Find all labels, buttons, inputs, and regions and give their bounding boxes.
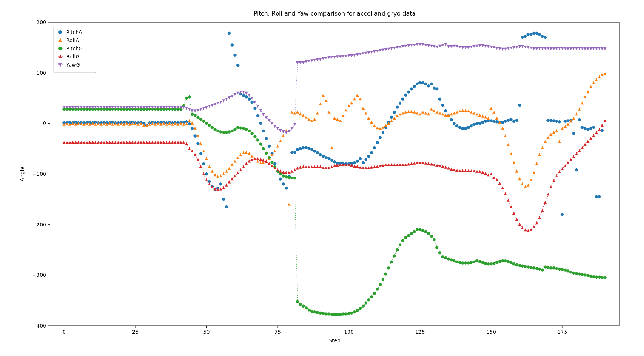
data-point: [478, 122, 481, 125]
data-point: [251, 158, 254, 161]
data-point: [273, 150, 276, 152]
data-point: [512, 262, 515, 265]
data-point: [370, 121, 373, 124]
data-point: [74, 141, 77, 144]
data-point: [575, 272, 578, 275]
data-point: [464, 127, 467, 130]
data-point: [575, 168, 578, 171]
data-point: [376, 288, 379, 290]
data-point: [524, 35, 527, 38]
data-point: [365, 166, 367, 169]
data-point: [248, 152, 251, 155]
data-point: [535, 47, 538, 50]
data-point: [575, 47, 578, 50]
data-point: [248, 98, 251, 101]
data-point: [541, 209, 544, 212]
data-point: [233, 174, 236, 177]
chart-title: Pitch, Roll and Yaw comparison for accel…: [254, 10, 416, 17]
data-point: [91, 141, 94, 144]
data-point: [578, 272, 581, 275]
data-point: [202, 107, 205, 110]
data-point: [592, 134, 595, 137]
data-point: [489, 107, 492, 110]
data-point: [453, 122, 455, 125]
data-point: [228, 32, 231, 35]
data-point: [475, 259, 478, 262]
data-point: [82, 141, 85, 144]
data-point: [529, 266, 532, 269]
data-point: [305, 60, 308, 63]
data-point: [245, 128, 248, 131]
data-point: [561, 127, 564, 130]
data-point: [122, 141, 125, 144]
data-point: [410, 232, 413, 235]
data-point: [310, 165, 313, 168]
data-point: [507, 47, 510, 50]
data-point: [58, 30, 62, 34]
data-point: [279, 169, 282, 172]
data-point: [498, 182, 501, 185]
data-point: [251, 132, 254, 135]
data-point: [188, 95, 191, 98]
data-point: [325, 57, 328, 60]
data-point: [421, 43, 424, 46]
x-axis-label: Step: [329, 337, 340, 343]
data-point: [356, 165, 359, 168]
data-point: [199, 142, 202, 145]
data-point: [174, 141, 177, 144]
data-point: [598, 75, 601, 78]
data-point: [455, 45, 458, 48]
data-point: [316, 151, 319, 154]
data-point: [586, 47, 589, 50]
data-point: [586, 128, 589, 131]
data-point: [365, 158, 367, 161]
data-point: [401, 163, 404, 166]
data-point: [216, 130, 219, 132]
data-point: [359, 307, 362, 310]
data-point: [595, 131, 598, 134]
data-point: [290, 151, 293, 154]
data-point: [236, 126, 239, 129]
data-point: [458, 261, 461, 264]
data-point: [191, 109, 194, 112]
data-point: [259, 122, 262, 125]
data-point: [359, 165, 362, 168]
data-point: [435, 110, 438, 113]
data-point: [62, 141, 65, 144]
data-point: [461, 46, 464, 49]
data-point: [219, 174, 222, 177]
data-point: [589, 85, 592, 88]
data-point: [290, 110, 293, 113]
data-point: [333, 160, 336, 163]
data-point: [228, 96, 231, 99]
data-point: [319, 153, 322, 156]
data-point: [308, 308, 311, 311]
data-point: [583, 95, 586, 98]
data-point: [313, 59, 316, 62]
data-point: [222, 172, 225, 175]
data-point: [407, 234, 410, 237]
data-point: [512, 120, 515, 123]
data-point: [546, 47, 549, 50]
data-point: [188, 122, 191, 125]
data-point: [601, 124, 604, 127]
data-point: [555, 174, 558, 177]
data-point: [97, 141, 100, 144]
data-point: [461, 169, 464, 172]
data-point: [552, 266, 555, 269]
y-tick-label: −300: [32, 272, 46, 278]
data-point: [467, 110, 470, 112]
data-point: [450, 258, 453, 261]
data-point: [489, 119, 492, 122]
data-point: [418, 81, 421, 84]
data-point: [427, 84, 430, 87]
data-point: [509, 261, 512, 264]
data-point: [154, 141, 157, 144]
data-point: [276, 144, 279, 147]
data-point: [564, 125, 567, 128]
data-point: [305, 146, 308, 149]
data-point: [342, 55, 345, 58]
data-point: [421, 110, 424, 113]
data-point: [399, 243, 401, 246]
data-point: [427, 232, 430, 235]
